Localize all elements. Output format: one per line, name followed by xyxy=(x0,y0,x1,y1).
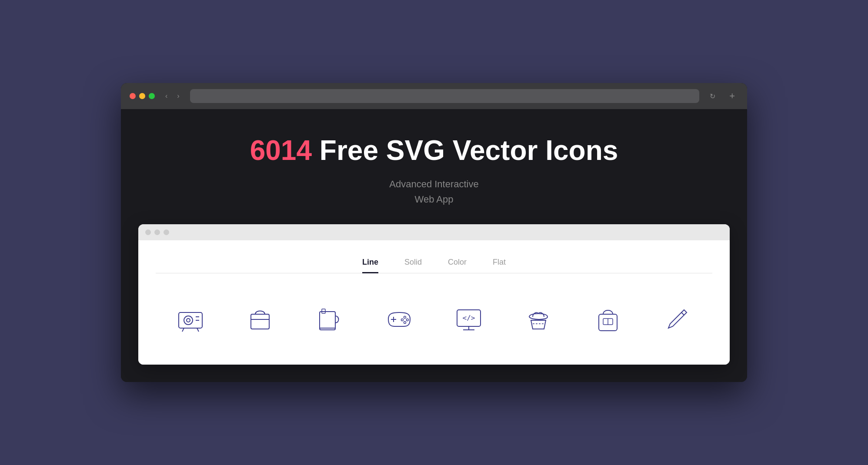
svg-point-15 xyxy=(407,319,409,321)
gamepad-icon[interactable] xyxy=(384,304,414,334)
tab-solid[interactable]: Solid xyxy=(404,258,422,273)
svg-rect-7 xyxy=(251,314,269,329)
projector-icon[interactable] xyxy=(175,304,206,334)
shopping-bag-icon[interactable] xyxy=(245,304,275,334)
hero-section: 6014 Free SVG Vector Icons Advanced Inte… xyxy=(250,135,618,207)
backpack-icon[interactable] xyxy=(593,304,623,334)
cupcake-icon[interactable] xyxy=(523,304,554,334)
tab-line[interactable]: Line xyxy=(362,258,378,273)
app-dot-3 xyxy=(164,229,169,235)
svg-line-5 xyxy=(182,328,184,332)
traffic-lights xyxy=(130,93,155,99)
tea-cup-icon[interactable] xyxy=(314,304,345,334)
code-monitor-icon[interactable]: </> xyxy=(454,304,484,334)
svg-point-2 xyxy=(187,319,190,322)
browser-chrome: ‹ › ↻ + xyxy=(121,83,747,109)
hero-subtitle: Advanced Interactive Web App xyxy=(250,176,618,207)
reload-button[interactable]: ↻ xyxy=(706,90,719,102)
app-titlebar xyxy=(138,224,730,240)
app-window: Line Solid Color Flat xyxy=(138,224,730,365)
subtitle-line1: Advanced Interactive xyxy=(250,176,618,192)
icons-grid: </> xyxy=(156,295,712,343)
app-dot-1 xyxy=(145,229,151,235)
svg-line-26 xyxy=(681,312,684,315)
tab-flat[interactable]: Flat xyxy=(493,258,506,273)
svg-point-1 xyxy=(184,316,193,325)
browser-content: 6014 Free SVG Vector Icons Advanced Inte… xyxy=(121,109,747,382)
close-button[interactable] xyxy=(130,93,136,99)
browser-window: ‹ › ↻ + 6014 Free SVG Vector Icons Advan… xyxy=(121,83,747,382)
subtitle-line2: Web App xyxy=(250,192,618,207)
hero-title-rest: Free SVG Vector Icons xyxy=(312,135,618,166)
hero-title: 6014 Free SVG Vector Icons xyxy=(250,135,618,166)
svg-point-14 xyxy=(404,316,406,318)
svg-point-16 xyxy=(404,321,406,323)
app-dot-2 xyxy=(154,229,160,235)
pencil-icon[interactable] xyxy=(662,304,693,334)
tabs-nav: Line Solid Color Flat xyxy=(156,258,712,273)
address-bar[interactable] xyxy=(190,89,699,103)
svg-point-17 xyxy=(401,319,404,321)
svg-text:</>: </> xyxy=(463,314,475,322)
app-body: Line Solid Color Flat xyxy=(138,240,730,365)
svg-rect-9 xyxy=(320,312,335,330)
svg-line-6 xyxy=(197,328,199,332)
icon-count: 6014 xyxy=(250,135,312,166)
tab-color[interactable]: Color xyxy=(448,258,467,273)
maximize-button[interactable] xyxy=(149,93,155,99)
back-button[interactable]: ‹ xyxy=(162,90,171,102)
new-tab-button[interactable]: + xyxy=(726,90,738,102)
forward-button[interactable]: › xyxy=(174,90,183,102)
nav-buttons: ‹ › xyxy=(162,90,183,102)
minimize-button[interactable] xyxy=(139,93,145,99)
